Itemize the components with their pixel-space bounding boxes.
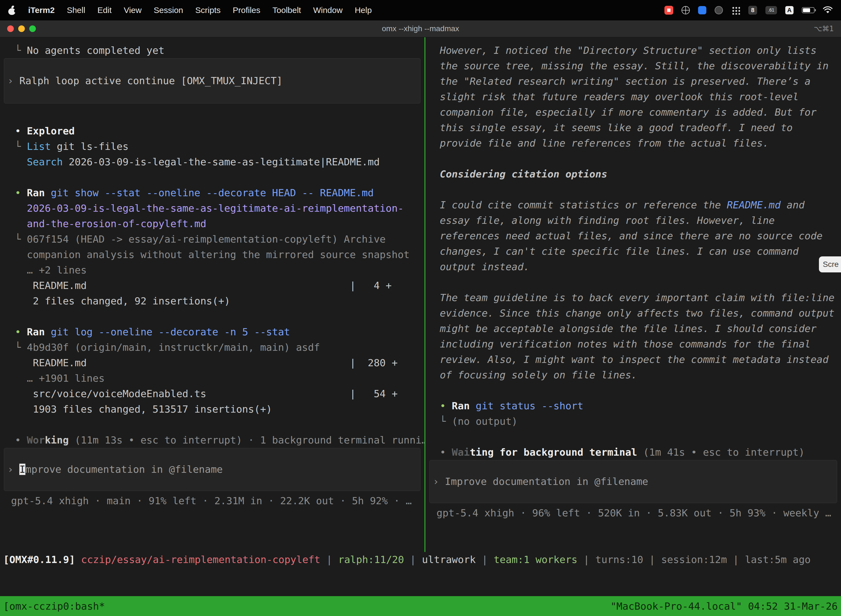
terminal-line: companion analysis without altering the … xyxy=(15,247,424,263)
status-line: gpt-5.4 xhigh · main · 91% left · 2.31M … xyxy=(11,493,424,509)
minimize-button[interactable] xyxy=(18,25,25,32)
terminal-line: output instead. xyxy=(440,259,841,274)
terminal-line: essay file, along with finding root file… xyxy=(440,213,841,228)
thinking-paragraph-3: The team guideline is to back every impo… xyxy=(425,290,841,383)
screen-overlay-tab[interactable]: Scre xyxy=(819,257,841,273)
window-shortcut-badge: ⌥⌘1 xyxy=(814,25,834,33)
menu-item-iterm2[interactable]: iTerm2 xyxy=(28,6,55,15)
terminal-line: the "Related research writing" section i… xyxy=(440,74,841,89)
tmux-session-name: [omx-cczip0:bash* xyxy=(3,601,105,612)
apps-grid-icon[interactable] xyxy=(731,6,740,15)
terminal-line: the source tree, missing the essay. Stil… xyxy=(440,58,841,74)
prompt-line: › Improve documentation in @filename xyxy=(433,474,648,489)
terminal-line: 1903 files changed, 513517 insertions(+) xyxy=(15,402,424,417)
menu-item-window[interactable]: Window xyxy=(313,6,343,15)
git-status-group: • Ran git status --short└ (no output) xyxy=(425,398,841,429)
menu-bar: iTerm2 Shell Edit View Session Scripts P… xyxy=(0,0,841,21)
numpad-8-icon[interactable]: 8 xyxy=(748,6,757,15)
terminal-line: src/voice/voiceModeEnabled.ts | 54 + xyxy=(15,386,424,402)
menu-bar-status-icons: 8 .61 A xyxy=(664,6,833,15)
tmux-status-bar: [omx-cczip0:bash* "MacBook-Pro-44.local"… xyxy=(0,596,841,616)
git-log-group: • Ran git log --oneline --decorate -n 5 … xyxy=(0,324,424,417)
thinking-heading: Considering citation options xyxy=(440,166,841,182)
terminal-line: └ 4b9d30f (origin/main, instructkr/main,… xyxy=(15,340,424,355)
window-title: omx --xhigh --madmax xyxy=(0,24,841,33)
menu-item-profiles[interactable]: Profiles xyxy=(233,6,260,15)
menu-item-session[interactable]: Session xyxy=(154,6,183,15)
tmux-host-and-clock: "MacBook-Pro-44.local" 04:52 31-Mar-26 xyxy=(610,601,838,612)
terminal-line: • Working (11m 13s • esc to interrupt) ·… xyxy=(15,433,424,448)
menu-item-view[interactable]: View xyxy=(124,6,142,15)
menu-item-scripts[interactable]: Scripts xyxy=(195,6,221,15)
status-line: gpt-5.4 xhigh · 96% left · 520K in · 5.8… xyxy=(437,505,841,521)
prompt-input[interactable]: › Improve documentation in @filename xyxy=(4,448,420,491)
thinking-heading-group: Considering citation options xyxy=(425,166,841,182)
terminal-line: The team guideline is to back every impo… xyxy=(440,290,841,305)
menu-item-shell[interactable]: Shell xyxy=(67,6,85,15)
thinking-paragraph-1: However, I noticed the "Directory Struct… xyxy=(425,43,841,151)
terminal-line: … +1901 lines xyxy=(15,371,424,386)
terminal-line: of focusing solely on file lines. xyxy=(440,367,841,383)
camera-badge-icon[interactable]: .61 xyxy=(765,6,777,14)
menu-item-help[interactable]: Help xyxy=(355,6,372,15)
right-pane[interactable]: However, I noticed the "Directory Struct… xyxy=(425,37,841,616)
keyboard-layout-icon[interactable]: A xyxy=(785,6,794,14)
explored-group: • Explored└ List git ls-files Search 202… xyxy=(0,123,424,170)
waiting-status-group: • Waiting for background terminal (1m 41… xyxy=(425,444,841,460)
dark-app-icon[interactable] xyxy=(715,6,723,14)
model-status-line: gpt-5.4 xhigh · main · 91% left · 2.31M … xyxy=(0,493,424,509)
prompt-input[interactable]: › Improve documentation in @filename xyxy=(429,460,837,503)
terminal-line: README.md | 4 + xyxy=(15,278,424,293)
menu-item-edit[interactable]: Edit xyxy=(97,6,112,15)
terminal-line: provide file and line references from th… xyxy=(440,135,841,151)
blue-app-icon[interactable] xyxy=(698,6,706,14)
wifi-icon[interactable] xyxy=(823,6,833,14)
terminal-line: this single essay, it seems like a good … xyxy=(440,120,841,135)
terminal-line: I could cite commit statistics or refere… xyxy=(440,197,841,213)
terminal-line: evidence. Since this change only affects… xyxy=(440,305,841,321)
prompt-line: › Improve documentation in @filename xyxy=(7,462,223,477)
working-status-group: • Working (11m 13s • esc to interrupt) ·… xyxy=(0,433,424,448)
terminal-line: └ No agents completed yet xyxy=(15,43,424,58)
agents-status-group: └ No agents completed yet xyxy=(0,43,424,58)
terminal-line: Search 2026-03-09-is-legal-the-same-as-l… xyxy=(15,154,424,170)
thinking-paragraph-2: I could cite commit statistics or refere… xyxy=(425,197,841,274)
terminal-line: slight risk that future readers may over… xyxy=(440,89,841,105)
terminal-line: └ List git ls-files xyxy=(15,139,424,154)
terminal-line: including verification notes with those … xyxy=(440,336,841,352)
omx-session-status: [OMX#0.11.9] cczip/essay/ai-reimplementa… xyxy=(3,552,841,568)
close-button[interactable] xyxy=(7,25,14,32)
terminal-line: 2 files changed, 92 insertions(+) xyxy=(15,293,424,309)
ralph-loop-banner: › Ralph loop active continue [OMX_TMUX_I… xyxy=(4,58,420,104)
terminal-line: references need actual files, and since … xyxy=(440,228,841,244)
terminal-line: 2026-03-09-is-legal-the-same-as-legitima… xyxy=(15,201,424,216)
terminal-line: might be acceptable alongside the file l… xyxy=(440,321,841,336)
ralph-loop-status-line: › Ralph loop active continue [OMX_TMUX_I… xyxy=(7,73,283,89)
terminal-line: • Waiting for background terminal (1m 41… xyxy=(440,444,841,460)
terminal-line: • Ran git status --short xyxy=(440,398,841,414)
terminal-line: … +2 lines xyxy=(15,263,424,278)
model-status-line: gpt-5.4 xhigh · 96% left · 520K in · 5.8… xyxy=(425,505,841,521)
apple-menu-icon[interactable] xyxy=(8,6,16,15)
terminal-line: └ 067f154 (HEAD -> essay/ai-reimplementa… xyxy=(15,232,424,247)
menu-item-toolbelt[interactable]: Toolbelt xyxy=(273,6,301,15)
terminal-line: changes, I can't cite specific file line… xyxy=(440,244,841,259)
stop-recording-icon[interactable] xyxy=(664,6,673,15)
zoom-button[interactable] xyxy=(29,25,36,32)
battery-icon[interactable] xyxy=(802,7,815,13)
terminal-line: • Ran git log --oneline --decorate -n 5 … xyxy=(15,324,424,340)
git-show-group: • Ran git show --stat --oneline --decora… xyxy=(0,185,424,309)
terminal-line: README.md | 280 + xyxy=(15,355,424,371)
window-title-bar: omx --xhigh --madmax ⌥⌘1 xyxy=(0,21,841,37)
terminal-line: and-the-erosion-of-copyleft.md xyxy=(15,216,424,232)
traffic-lights xyxy=(7,25,36,32)
left-pane[interactable]: └ No agents completed yet › Ralph loop a… xyxy=(0,37,424,616)
omx-status-bar: [OMX#0.11.9] cczip/essay/ai-reimplementa… xyxy=(0,552,841,568)
globe-icon[interactable] xyxy=(681,6,690,14)
screen-overlay-label: Scre xyxy=(823,260,839,269)
terminal-line: companion file, especially if more comme… xyxy=(440,105,841,120)
terminal-line: • Ran git show --stat --oneline --decora… xyxy=(15,185,424,201)
terminal-area: └ No agents completed yet › Ralph loop a… xyxy=(0,37,841,616)
menu-bar-left: iTerm2 Shell Edit View Session Scripts P… xyxy=(8,6,372,15)
terminal-line: └ (no output) xyxy=(440,414,841,429)
